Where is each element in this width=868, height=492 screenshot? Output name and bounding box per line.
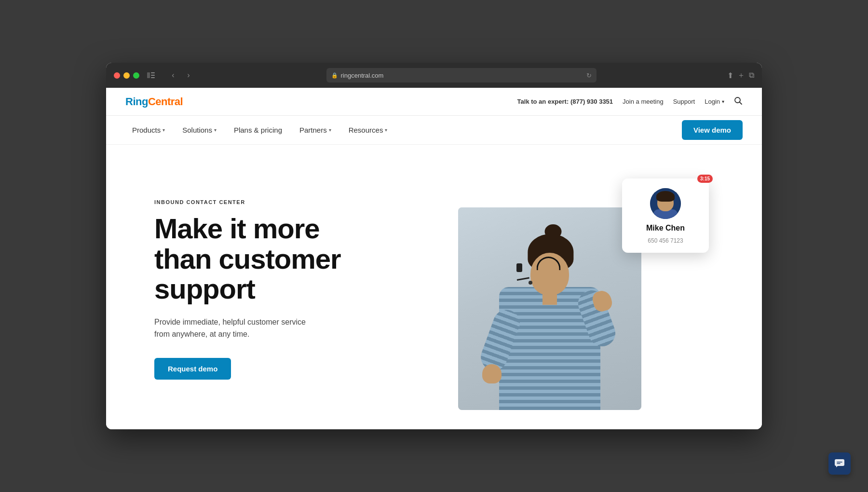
call-timer-badge: 3:15 <box>697 175 713 183</box>
url-text: ringcentral.com <box>341 72 384 79</box>
nav-item-solutions[interactable]: Solutions ▾ <box>176 122 223 138</box>
partners-chevron-icon: ▾ <box>329 127 331 133</box>
agent-illustration <box>458 207 641 410</box>
login-button[interactable]: Login ▾ <box>705 98 724 105</box>
share-icon[interactable]: ⬆ <box>727 71 733 80</box>
site-header: RingCentral Talk to an expert: (877) 930… <box>106 88 762 116</box>
sidebar-toggle-icon[interactable] <box>145 69 157 81</box>
logo-central: Central <box>148 96 183 108</box>
caller-number: 650 456 7123 <box>648 237 683 244</box>
nav-bar: Products ▾ Solutions ▾ Plans & pricing P… <box>106 116 762 145</box>
new-tab-icon[interactable]: ＋ <box>737 70 745 81</box>
header-right: Talk to an expert: (877) 930 3351 Join a… <box>517 96 743 107</box>
call-card: 3:15 Mike Chen 650 456 7123 <box>622 178 709 253</box>
address-bar[interactable]: 🔒 ringcentral.com ↻ <box>326 68 597 82</box>
svg-line-5 <box>740 102 742 104</box>
support-link[interactable]: Support <box>673 98 695 105</box>
logo[interactable]: RingCentral <box>125 96 183 108</box>
caller-name: Mike Chen <box>646 224 685 232</box>
nav-links: Products ▾ Solutions ▾ Plans & pricing P… <box>125 122 394 138</box>
hero-section: INBOUND CONTACT CENTER Make it more than… <box>106 145 762 429</box>
close-button[interactable] <box>114 72 120 79</box>
join-meeting-link[interactable]: Join a meeting <box>623 98 664 105</box>
forward-button[interactable]: › <box>182 68 195 82</box>
back-button[interactable]: ‹ <box>166 68 180 82</box>
section-label: INBOUND CONTACT CENTER <box>154 199 405 205</box>
login-chevron-icon: ▾ <box>722 99 724 104</box>
view-demo-button[interactable]: View demo <box>682 120 743 140</box>
hero-image: 3:15 Mike Chen 650 456 7123 <box>405 164 694 410</box>
caller-avatar <box>650 188 681 219</box>
resources-chevron-icon: ▾ <box>385 127 387 133</box>
nav-item-resources[interactable]: Resources ▾ <box>342 122 394 138</box>
svg-rect-0 <box>147 72 150 78</box>
svg-rect-1 <box>151 72 155 73</box>
minimize-button[interactable] <box>123 72 130 79</box>
products-chevron-icon: ▾ <box>163 127 165 133</box>
hero-title: Make it more than customer support <box>154 214 405 304</box>
agent-figure <box>458 207 641 410</box>
svg-rect-2 <box>151 75 155 76</box>
reload-icon[interactable]: ↻ <box>586 72 592 79</box>
nav-item-products[interactable]: Products ▾ <box>125 122 172 138</box>
hero-content: INBOUND CONTACT CENTER Make it more than… <box>154 164 405 410</box>
nav-item-partners[interactable]: Partners ▾ <box>293 122 338 138</box>
svg-rect-3 <box>151 77 155 78</box>
tabs-icon[interactable]: ⧉ <box>749 71 754 80</box>
search-icon[interactable] <box>734 96 743 107</box>
talk-expert-text: Talk to an expert: (877) 930 3351 <box>517 98 613 105</box>
request-demo-button[interactable]: Request demo <box>154 358 231 380</box>
lock-icon: 🔒 <box>331 72 338 79</box>
maximize-button[interactable] <box>133 72 139 79</box>
hero-subtitle: Provide immediate, helpful customer serv… <box>154 316 405 341</box>
logo-ring: Ring <box>125 96 148 108</box>
solutions-chevron-icon: ▾ <box>214 127 217 133</box>
nav-item-plans[interactable]: Plans & pricing <box>227 122 289 138</box>
